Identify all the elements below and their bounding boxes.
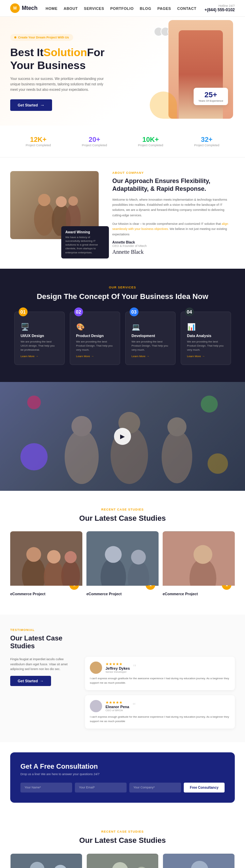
- service-link-4[interactable]: Learn More →: [187, 355, 205, 358]
- hero-cta-button[interactable]: Get Started →: [10, 99, 52, 111]
- testi-name-1: Jeffrey Dykes: [105, 666, 130, 670]
- testi-text-1: I can't express enough gratitude for the…: [90, 677, 230, 685]
- cta-email-input[interactable]: [75, 783, 127, 792]
- testi-stars-1: ★★★★★: [105, 662, 130, 666]
- services-section-label: Our Services: [10, 286, 235, 289]
- service-desc-4: We are providing the best Product Design…: [187, 340, 225, 352]
- service-icon-2: 🎨: [76, 323, 114, 331]
- stat-num-3: 10K+: [138, 136, 163, 144]
- phone-number: +(844) 555-0102: [205, 7, 235, 12]
- testi-info-2: ★★★★★ Eleanor Pena CEO of BROA: [105, 700, 129, 712]
- about-headline: Our Approach Ensures Flexibility, Adapta…: [112, 177, 235, 193]
- testi-cta-button[interactable]: Get Started →: [10, 676, 51, 686]
- service-card-2: 02 🎨 Product Design We are providing the…: [70, 312, 120, 365]
- testi-right: ★★★★★ Jeffrey Dykes Senior Developer " I…: [85, 657, 235, 728]
- services-headline: Design The Concept Of Your Business Idea…: [10, 292, 235, 302]
- person-silhouette: [179, 30, 223, 119]
- service-num-3: 03: [130, 307, 138, 316]
- svg-point-7: [71, 416, 92, 436]
- blog-img-people-2: [87, 854, 158, 868]
- ceo-title: CEO & Founder of Mtech: [112, 244, 235, 248]
- nav-home[interactable]: Home: [46, 6, 58, 11]
- testi-stars-2: ★★★★★: [105, 700, 129, 705]
- experience-badge: 25+ Years Of Experience: [194, 88, 228, 105]
- stat-num-2: 20+: [82, 136, 107, 144]
- blog-img-1: Business: [11, 854, 82, 868]
- testi-header-2: ★★★★★ Eleanor Pena CEO of BROA ": [90, 700, 230, 712]
- service-link-3[interactable]: Learn More →: [132, 355, 149, 358]
- blog-img-people-1: [11, 854, 82, 868]
- case-grid: Development | BRA ★ eCommerce Project De…: [10, 531, 235, 598]
- service-desc-2: We are providing the best Product Design…: [76, 340, 114, 352]
- service-card-3: 03 💻 Development We are providing the be…: [125, 312, 176, 365]
- svg-point-23: [131, 550, 146, 565]
- blog-headline: Our Latest Case Studies: [10, 836, 235, 845]
- testi-header-1: ★★★★★ Jeffrey Dykes Senior Developer ": [90, 662, 230, 674]
- nav-portfolio[interactable]: Portfolio: [110, 6, 134, 11]
- about-para2: Our Mission is clear – to provide compre…: [112, 221, 235, 237]
- video-section: ▶: [0, 382, 245, 491]
- arrow-icon: →: [40, 102, 45, 108]
- blog-card-3: Software by wpCreers • May 6, 2024 Tech …: [163, 853, 235, 868]
- experience-number: 25+: [198, 90, 223, 99]
- cta-name-input[interactable]: [20, 783, 72, 792]
- svg-point-18: [65, 551, 77, 563]
- cta-submit-button[interactable]: Free Consultancy: [184, 783, 225, 792]
- svg-rect-27: [11, 854, 82, 868]
- case-card-1: Development | BRA ★ eCommerce Project: [10, 531, 82, 598]
- service-desc-3: We are providing the best Product Design…: [132, 340, 169, 352]
- stats-section: 12K+ Project Completed 20+ Project Compl…: [0, 126, 245, 157]
- case-img-2: Development | QA4 ★: [86, 531, 159, 586]
- blog-section-label: Recent Case Studies: [10, 830, 235, 833]
- cta-company-input[interactable]: [129, 783, 181, 792]
- nav-pages[interactable]: Pages: [157, 6, 171, 11]
- hero-headline: Best ItSolutionFor Your Business: [10, 46, 119, 72]
- overlay-text: We have a history of successfully delive…: [65, 235, 105, 254]
- service-icon-4: 📊: [187, 323, 225, 331]
- service-card-1: 01 🖥️ UI/UX Design We are providing the …: [14, 312, 65, 365]
- service-num-4: 04: [185, 307, 194, 316]
- logo-text: Mtech: [22, 5, 37, 11]
- service-link-1[interactable]: Learn More →: [21, 355, 38, 358]
- case-section-label: Recent Case Studies: [10, 508, 235, 511]
- nav-services[interactable]: Services: [84, 6, 104, 11]
- logo[interactable]: M Mtech: [10, 3, 37, 13]
- ceo-signature: Annette Black: [112, 249, 235, 255]
- logo-icon: M: [10, 3, 20, 13]
- service-desc-1: We are providing the best UI/UX design. …: [21, 340, 58, 352]
- blog-grid: Business by wpCreers • May 6, 2024 15 Se…: [10, 853, 235, 868]
- stat-label-3: Project Completed: [138, 144, 163, 147]
- nav-links: Home About Services Portfolio Blog Pages…: [46, 5, 196, 11]
- service-num-1: 01: [19, 307, 28, 316]
- svg-point-0: [34, 202, 54, 236]
- testi-intro: Fingia feugiat at imperdiet iaculis cull…: [10, 657, 78, 671]
- service-num-2: 02: [74, 307, 83, 316]
- svg-point-10: [162, 430, 192, 483]
- testimonials-section: Testimonial Our Latest Case Studies Fing…: [0, 615, 245, 742]
- stat-1: 12K+ Project Completed: [26, 136, 51, 147]
- testi-name-2: Eleanor Pena: [105, 705, 129, 709]
- stat-label-1: Project Completed: [26, 144, 51, 147]
- service-link-2[interactable]: Learn More →: [76, 355, 94, 358]
- quote-icon-1: ": [133, 663, 136, 672]
- blog-img-2: Development: [87, 854, 158, 868]
- service-icon-3: 💻: [132, 323, 169, 331]
- stat-label-4: Project Completed: [194, 144, 219, 147]
- quote-icon-2: ": [133, 701, 136, 711]
- service-title-1: UI/UX Design: [21, 334, 58, 338]
- service-icon-1: 🖥️: [21, 323, 58, 331]
- cta-section: Get A Free Consultation Drop us a line! …: [10, 752, 235, 803]
- blog-section: Recent Case Studies Our Latest Case Stud…: [0, 813, 245, 868]
- case-img-1: Development | BRA ★: [10, 531, 82, 586]
- svg-point-3: [56, 196, 67, 207]
- nav-about[interactable]: About: [64, 6, 78, 11]
- svg-point-21: [105, 546, 121, 563]
- nav-blog[interactable]: Blog: [140, 6, 151, 11]
- hero-subtext: Your success is our success. We prioriti…: [10, 76, 105, 93]
- case-card-3: Development | BRA ★ eCommerce Project: [163, 531, 235, 598]
- nav-contact[interactable]: Contact: [177, 6, 196, 11]
- about-para1: Welcome to Mtech, where innovation meets…: [112, 197, 235, 218]
- about-overlay: Award Winning We have a history of succe…: [61, 226, 109, 258]
- service-title-4: Data Analysis: [187, 334, 225, 338]
- svg-point-26: [194, 545, 212, 564]
